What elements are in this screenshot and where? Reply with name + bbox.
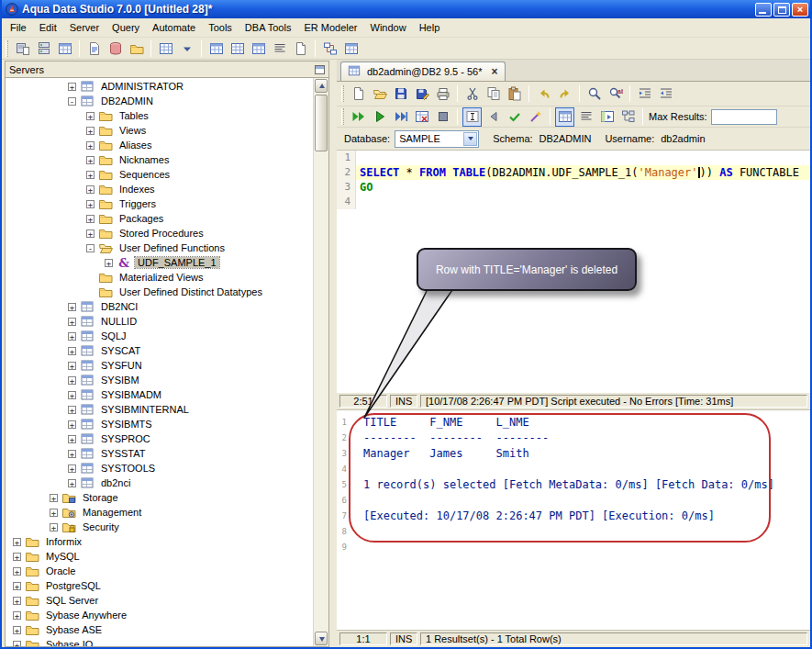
expand-icon[interactable]: +	[68, 362, 76, 370]
close-button[interactable]: ×	[792, 3, 808, 17]
toolbar-grip[interactable]	[341, 108, 344, 125]
menu-file[interactable]: File	[4, 20, 33, 35]
expand-icon[interactable]: +	[13, 538, 21, 546]
server-registrations-icon[interactable]	[34, 39, 53, 58]
expand-icon[interactable]: +	[68, 303, 76, 311]
expand-icon[interactable]: +	[86, 127, 95, 135]
database-select[interactable]: SAMPLE	[395, 130, 479, 148]
tree-item-security[interactable]: +Security	[6, 520, 313, 534]
scrollbar-thumb[interactable]	[315, 95, 328, 151]
copy-icon[interactable]	[484, 84, 503, 104]
expand-icon[interactable]: +	[86, 215, 95, 223]
tree-item-indexes[interactable]: +Indexes	[6, 182, 313, 196]
cut-icon[interactable]	[462, 84, 482, 104]
tree-item-storage[interactable]: +Storage	[6, 490, 313, 505]
tree-item-db2admin[interactable]: -DB2ADMIN	[6, 94, 313, 108]
outdent-icon[interactable]	[656, 84, 675, 104]
execute-script-icon[interactable]	[391, 107, 410, 127]
tree-item-sysibm[interactable]: +SYSIBM	[6, 373, 313, 387]
commit-icon[interactable]	[505, 107, 524, 127]
query-analyzer-icon[interactable]	[84, 39, 104, 58]
new-file-icon[interactable]	[349, 84, 368, 104]
tree-item-tables[interactable]: +Tables	[6, 108, 313, 123]
expand-icon[interactable]: +	[68, 318, 76, 326]
results-pivot-icon[interactable]	[597, 107, 617, 127]
session-manager-icon[interactable]	[156, 39, 175, 58]
tree-item-db2nci[interactable]: +DB2NCI	[6, 299, 313, 314]
print-icon[interactable]	[433, 84, 452, 104]
find-replace-icon[interactable]: ab	[606, 84, 625, 104]
execute-edit-icon[interactable]	[412, 107, 431, 127]
menu-server[interactable]: Server	[63, 20, 106, 35]
expand-icon[interactable]: +	[68, 450, 76, 458]
describe-table-icon[interactable]	[249, 39, 268, 58]
indent-icon[interactable]	[635, 84, 654, 104]
execute-multiple-icon[interactable]	[349, 107, 368, 127]
tree-item-sysfun[interactable]: +SYSFUN	[6, 358, 313, 373]
expand-icon[interactable]: +	[13, 597, 21, 605]
expand-icon[interactable]: +	[68, 435, 76, 443]
tree-item-packages[interactable]: +Packages	[6, 211, 313, 226]
expand-icon[interactable]: +	[13, 611, 21, 620]
expand-icon[interactable]: +	[68, 406, 76, 414]
tree-item-aliases[interactable]: +Aliases	[6, 138, 313, 152]
tree-item-sybase-ase[interactable]: +Sybase ASE	[6, 622, 313, 637]
expand-icon[interactable]: +	[68, 391, 76, 399]
ddl-generator-icon[interactable]	[291, 39, 310, 58]
instance-manager-icon[interactable]	[106, 39, 125, 58]
tree-item-sequences[interactable]: +Sequences	[6, 167, 313, 182]
schema-browser-icon[interactable]	[55, 39, 74, 58]
expand-icon[interactable]: +	[86, 200, 95, 208]
collapse-icon[interactable]: -	[86, 244, 95, 252]
menu-query[interactable]: Query	[106, 20, 146, 35]
toolbar-grip[interactable]	[341, 85, 344, 102]
expand-icon[interactable]: +	[13, 582, 21, 590]
tree-item-views[interactable]: +Views	[6, 123, 313, 138]
tree-item-administrator[interactable]: +ADMINISTRATOR	[6, 79, 313, 94]
expand-icon[interactable]: +	[13, 553, 21, 561]
expand-icon[interactable]: +	[68, 83, 76, 91]
table-data-icon[interactable]	[206, 39, 226, 58]
expand-icon[interactable]: +	[86, 156, 95, 164]
expand-icon[interactable]: +	[50, 509, 58, 517]
expand-icon[interactable]: +	[86, 112, 95, 120]
undo-icon[interactable]	[534, 84, 553, 104]
menu-window[interactable]: Window	[364, 20, 413, 35]
menu-dba-tools[interactable]: DBA Tools	[239, 20, 298, 35]
tree-item-sysibmts[interactable]: +SYSIBMTS	[6, 417, 313, 431]
storage-manager-icon[interactable]	[127, 39, 146, 58]
tree-item-sql-server[interactable]: +SQL Server	[6, 593, 313, 608]
expand-icon[interactable]: +	[13, 641, 21, 647]
query-builder-icon[interactable]	[341, 39, 361, 58]
menu-automate[interactable]: Automate	[146, 20, 202, 35]
tree-item-management[interactable]: +Management	[6, 505, 313, 520]
expand-icon[interactable]: +	[86, 171, 95, 179]
tree-item-user-defined-distinct-datatypes[interactable]: User Defined Distinct Datatypes	[6, 285, 313, 299]
expand-icon[interactable]: +	[50, 494, 58, 502]
expand-icon[interactable]: +	[86, 185, 95, 194]
expand-icon[interactable]: +	[68, 347, 76, 355]
tree-item-sybase-iq[interactable]: +Sybase IQ	[6, 637, 313, 646]
expand-icon[interactable]: +	[86, 229, 95, 238]
tree-item-systools[interactable]: +SYSTOOLS	[6, 461, 313, 476]
paste-icon[interactable]	[505, 84, 524, 104]
tree-item-stored-procedures[interactable]: +Stored Procedures	[6, 226, 313, 241]
expand-icon[interactable]: +	[68, 479, 76, 487]
menu-tools[interactable]: Tools	[202, 20, 239, 35]
scroll-down-icon[interactable]	[315, 632, 328, 645]
chevron-down-icon[interactable]	[463, 132, 477, 146]
tree-item-db2nci[interactable]: +db2nci	[6, 476, 313, 490]
menu-er-modeler[interactable]: ER Modeler	[297, 20, 363, 35]
tree-item-postgresql[interactable]: +PostgreSQL	[6, 578, 313, 593]
results-grid-toggle[interactable]	[555, 107, 574, 127]
panel-splitter[interactable]	[329, 60, 337, 647]
tree-item-nullid[interactable]: +NULLID	[6, 314, 313, 329]
tree-item-syscat[interactable]: +SYSCAT	[6, 343, 313, 358]
results-text-icon[interactable]	[576, 107, 595, 127]
script-object-icon[interactable]	[270, 39, 289, 58]
toolbar-grip[interactable]	[6, 40, 8, 57]
save-as-icon[interactable]	[412, 84, 431, 104]
tree-item-materialized-views[interactable]: Materialized Views	[6, 270, 313, 285]
er-modeler-icon[interactable]	[320, 39, 339, 58]
current-statement-toggle[interactable]	[462, 107, 482, 127]
